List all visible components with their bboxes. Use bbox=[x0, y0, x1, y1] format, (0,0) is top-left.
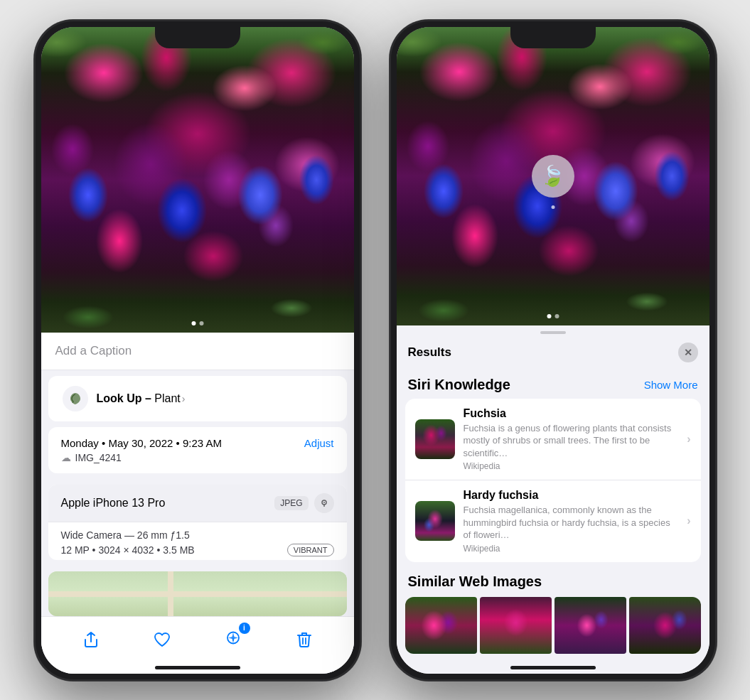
info-panel: Add a Caption Look Up – Plant› bbox=[41, 333, 354, 674]
siri-leaf-icon: 🍃 bbox=[540, 164, 565, 188]
home-indicator bbox=[155, 666, 240, 669]
hardy-fuchsia-name: Hardy fuchsia bbox=[464, 489, 679, 502]
svg-point-1 bbox=[323, 502, 325, 503]
lookup-label: Look Up – Plant› bbox=[97, 392, 186, 405]
fuchsia-thumb-image bbox=[415, 419, 455, 459]
metadata-section: Monday • May 30, 2022 • 9:23 AM Adjust ☁… bbox=[48, 427, 347, 473]
dot-1 bbox=[191, 321, 195, 325]
info-button-container: i i bbox=[219, 625, 247, 654]
device-section: Apple iPhone 13 Pro JPEG bbox=[48, 485, 347, 561]
map-road-horizontal bbox=[48, 591, 347, 597]
fuchsia-name: Fuchsia bbox=[464, 407, 679, 420]
camera-details: Wide Camera — 26 mm ƒ1.5 12 MP • 3024 × … bbox=[48, 522, 347, 561]
right-phone: 🍃 Results ✕ bbox=[390, 20, 717, 681]
sheet-handle[interactable] bbox=[540, 331, 566, 334]
fuchsia-item[interactable]: Fuchsia Fuchsia is a genus of flowering … bbox=[405, 399, 701, 480]
similar-image-4[interactable] bbox=[629, 597, 701, 654]
hardy-fuchsia-item[interactable]: Hardy fuchsia Fuchsia magellanica, commo… bbox=[405, 480, 701, 562]
results-title: Results bbox=[408, 345, 451, 360]
siri-dot bbox=[551, 205, 555, 209]
results-panel: Results ✕ Siri Knowledge Show More bbox=[397, 325, 709, 674]
svg-text:i: i bbox=[232, 635, 234, 642]
hardy-fuchsia-thumbnail bbox=[415, 501, 455, 541]
device-row: Apple iPhone 13 Pro JPEG bbox=[48, 485, 347, 522]
toolbar: i i bbox=[41, 616, 354, 674]
dot-2 bbox=[199, 321, 203, 325]
right-dot-1 bbox=[547, 314, 551, 318]
favorite-button[interactable] bbox=[148, 625, 176, 654]
caption-placeholder[interactable]: Add a Caption bbox=[55, 344, 132, 357]
left-phone: Add a Caption Look Up – Plant› bbox=[34, 20, 361, 681]
caption-area[interactable]: Add a Caption bbox=[41, 333, 354, 370]
similar-image-1[interactable] bbox=[405, 597, 477, 654]
similar-images-grid[interactable] bbox=[405, 597, 701, 654]
fuchsia-description: Fuchsia is a genus of flowering plants t… bbox=[464, 422, 679, 460]
right-page-indicator bbox=[547, 314, 559, 318]
share-button[interactable] bbox=[77, 625, 105, 654]
fuchsia-info: Fuchsia Fuchsia is a genus of flowering … bbox=[464, 407, 679, 472]
fuchsia-thumbnail bbox=[415, 419, 455, 459]
delete-button[interactable] bbox=[290, 625, 318, 654]
leaf-icon bbox=[68, 392, 82, 406]
lookup-icon bbox=[63, 386, 88, 411]
knowledge-card: Fuchsia Fuchsia is a genus of flowering … bbox=[405, 399, 701, 562]
photo-display[interactable] bbox=[41, 27, 354, 333]
page-indicator bbox=[191, 321, 203, 325]
close-button[interactable]: ✕ bbox=[678, 343, 698, 362]
fuchsia-source: Wikipedia bbox=[464, 461, 679, 471]
cloud-icon: ☁ bbox=[61, 452, 71, 463]
right-notch bbox=[510, 27, 596, 48]
camera-line: Wide Camera — 26 mm ƒ1.5 bbox=[61, 529, 334, 541]
device-badges: JPEG bbox=[274, 493, 333, 513]
sparkle-info-icon: i bbox=[225, 631, 242, 648]
hardy-fuchsia-info: Hardy fuchsia Fuchsia magellanica, commo… bbox=[464, 489, 679, 554]
similar-web-images-title: Similar Web Images bbox=[405, 568, 701, 597]
results-content[interactable]: Siri Knowledge Show More Fuchsia Fuchsia… bbox=[397, 371, 709, 674]
hardy-fuchsia-chevron: › bbox=[687, 515, 690, 527]
similar-section: Similar Web Images bbox=[405, 568, 701, 654]
device-name: Apple iPhone 13 Pro bbox=[61, 497, 166, 510]
jpeg-badge: JPEG bbox=[274, 496, 308, 510]
hardy-thumb-image bbox=[415, 501, 455, 541]
notch bbox=[155, 27, 240, 48]
hardy-fuchsia-source: Wikipedia bbox=[464, 544, 679, 554]
vibrant-badge: VIBRANT bbox=[287, 544, 334, 556]
filename-text: IMG_4241 bbox=[75, 452, 122, 463]
share-icon bbox=[83, 631, 99, 648]
map-section[interactable] bbox=[48, 571, 347, 615]
specs-text: 12 MP • 3024 × 4032 • 3.5 MB bbox=[61, 544, 195, 556]
trash-icon bbox=[296, 631, 312, 648]
similar-image-2[interactable] bbox=[480, 597, 552, 654]
show-more-button[interactable]: Show More bbox=[644, 379, 698, 391]
map-road-vertical bbox=[168, 571, 173, 615]
fuchsia-chevron: › bbox=[687, 433, 690, 446]
close-icon: ✕ bbox=[684, 347, 692, 358]
heart-icon bbox=[154, 632, 171, 647]
similar-image-3[interactable] bbox=[555, 597, 626, 654]
info-badge: i bbox=[239, 623, 250, 634]
location-badge-icon bbox=[314, 493, 334, 513]
leaves-overlay bbox=[41, 27, 354, 333]
visual-lookup-button[interactable]: 🍃 bbox=[532, 155, 574, 198]
hardy-fuchsia-description: Fuchsia magellanica, commonly known as t… bbox=[464, 504, 679, 542]
siri-knowledge-title: Siri Knowledge bbox=[408, 377, 510, 393]
left-phone-screen: Add a Caption Look Up – Plant› bbox=[41, 27, 354, 674]
right-phone-screen: 🍃 Results ✕ bbox=[397, 27, 709, 674]
adjust-button[interactable]: Adjust bbox=[304, 437, 334, 449]
location-icon bbox=[319, 498, 329, 508]
right-home-indicator bbox=[510, 666, 596, 669]
map-background bbox=[48, 571, 347, 615]
lookup-row[interactable]: Look Up – Plant› bbox=[48, 376, 347, 421]
right-dot-2 bbox=[555, 314, 559, 318]
results-header: Results ✕ bbox=[397, 340, 709, 371]
date-text: Monday • May 30, 2022 • 9:23 AM bbox=[61, 437, 222, 449]
lookup-chevron: › bbox=[182, 393, 186, 404]
siri-knowledge-header: Siri Knowledge Show More bbox=[405, 371, 701, 399]
right-photo-display[interactable]: 🍃 bbox=[397, 27, 709, 325]
